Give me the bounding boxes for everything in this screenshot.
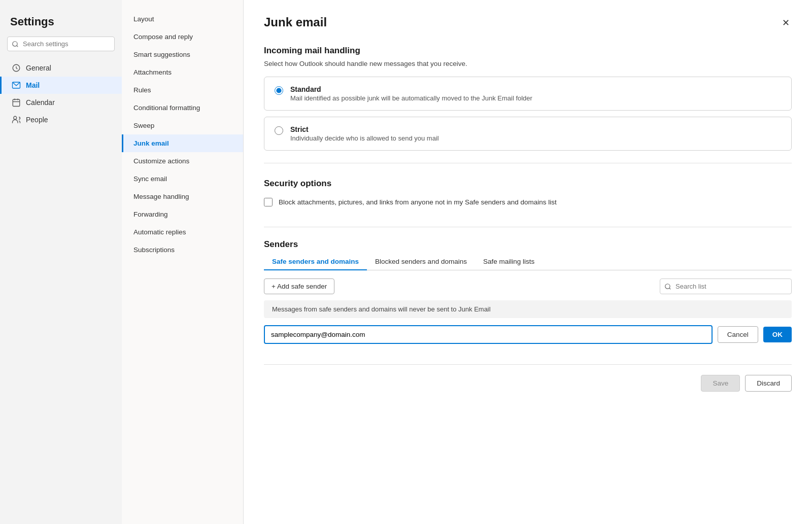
middle-item-auto[interactable]: Automatic replies [122,223,243,241]
block-checkbox[interactable] [264,198,273,206]
main-header: Junk email ✕ [264,15,792,30]
nav-calendar[interactable]: Calendar [0,94,122,111]
senders-section: Senders Safe senders and domains Blocked… [264,239,792,344]
discard-button[interactable]: Discard [745,375,792,392]
strict-option[interactable]: Strict Individually decide who is allowe… [264,117,792,151]
middle-item-conditional[interactable]: Conditional formatting [122,99,243,117]
svg-rect-2 [13,99,20,107]
info-banner: Messages from safe senders and domains w… [264,300,792,318]
divider-1 [264,163,792,163]
search-list-wrap [660,278,792,294]
tab-blocked-senders[interactable]: Blocked senders and domains [367,254,475,270]
middle-item-junk[interactable]: Junk email [122,134,243,152]
search-list-input[interactable] [660,278,792,294]
nav-calendar-label: Calendar [26,98,55,107]
svg-line-8 [669,288,671,289]
search-settings-input[interactable] [7,37,115,51]
tab-safe-senders[interactable]: Safe senders and domains [264,254,367,270]
middle-item-sync[interactable]: Sync email [122,170,243,188]
nav-general-label: General [26,64,51,72]
sidebar: Settings General Mail Calendar People [0,0,122,524]
middle-item-sweep[interactable]: Sweep [122,117,243,134]
standard-desc: Mail identified as possible junk will be… [290,94,532,102]
middle-item-forwarding[interactable]: Forwarding [122,205,243,223]
nav-people-label: People [26,116,48,124]
footer-buttons: Save Discard [264,364,792,392]
svg-point-6 [14,116,17,119]
standard-option[interactable]: Standard Mail identified as possible jun… [264,77,792,111]
middle-item-attachments[interactable]: Attachments [122,63,243,81]
tab-safe-mailing[interactable]: Safe mailing lists [475,254,543,270]
nav-general[interactable]: General [0,59,122,77]
incoming-section: Incoming mail handling Select how Outloo… [264,46,792,151]
security-section: Security options Block attachments, pict… [264,179,792,212]
nav-mail-label: Mail [26,81,40,89]
strict-radio[interactable] [275,126,283,135]
security-section-title: Security options [264,179,792,189]
senders-title: Senders [264,239,792,250]
page-title: Junk email [264,15,327,29]
middle-item-customize[interactable]: Customize actions [122,152,243,170]
search-settings-wrap [0,37,122,59]
standard-radio[interactable] [275,86,283,95]
strict-label: Strict [290,125,439,133]
ok-button[interactable]: OK [763,327,792,342]
nav-mail[interactable]: Mail [0,77,122,94]
standard-label: Standard [290,85,532,93]
cancel-button[interactable]: Cancel [718,326,758,343]
middle-item-message[interactable]: Message handling [122,188,243,205]
senders-controls: + Add safe sender [264,278,792,294]
middle-item-rules[interactable]: Rules [122,81,243,99]
mail-icon [12,81,21,90]
middle-column: Layout Compose and reply Smart suggestio… [122,0,244,524]
middle-item-layout[interactable]: Layout [122,10,243,28]
security-checkbox-row: Block attachments, pictures, and links f… [264,193,792,212]
sidebar-title: Settings [0,10,122,37]
svg-point-7 [665,284,670,288]
general-icon [12,63,21,73]
nav-people[interactable]: People [0,111,122,128]
block-checkbox-label: Block attachments, pictures, and links f… [279,198,557,206]
calendar-icon [12,98,21,107]
search-icon [664,283,671,290]
strict-desc: Individually decide who is allowed to se… [290,134,439,142]
middle-item-smart[interactable]: Smart suggestions [122,46,243,63]
senders-tabs: Safe senders and domains Blocked senders… [264,254,792,270]
incoming-section-desc: Select how Outlook should handle new mes… [264,60,792,67]
save-button[interactable]: Save [701,375,740,392]
main-content: Junk email ✕ Incoming mail handling Sele… [244,0,812,524]
add-sender-row: Cancel OK [264,325,792,344]
incoming-section-title: Incoming mail handling [264,46,792,56]
add-safe-sender-button[interactable]: + Add safe sender [264,278,334,294]
middle-item-compose[interactable]: Compose and reply [122,28,243,46]
sender-email-input[interactable] [264,325,713,344]
people-icon [12,115,21,124]
divider-2 [264,227,792,227]
close-button[interactable]: ✕ [780,15,792,30]
middle-item-subscriptions[interactable]: Subscriptions [122,241,243,259]
